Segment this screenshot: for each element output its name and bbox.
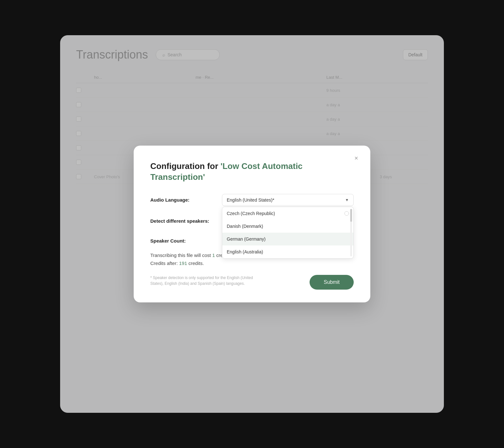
modal-overlay: × Configuration for 'Low Cost Automatic … — [60, 35, 444, 413]
dropdown-option-german[interactable]: German (Germany) — [222, 233, 353, 245]
cost-number: 1 — [212, 252, 215, 258]
option-radio — [344, 211, 349, 216]
option-label: German (Germany) — [227, 236, 265, 242]
footer-note: * Speaker detection is only supported fo… — [150, 275, 265, 286]
configuration-modal: × Configuration for 'Low Cost Automatic … — [134, 146, 370, 303]
submit-button[interactable]: Submit — [310, 275, 354, 290]
audio-language-dropdown[interactable]: English (United States)* ▼ — [222, 194, 354, 206]
option-label: Danish (Denmark) — [227, 224, 263, 229]
dropdown-list: Czech (Czech Republic) Danish (Denmark) … — [222, 207, 354, 259]
option-label: English (Australia) — [227, 249, 263, 254]
after-suffix: credits. — [187, 260, 204, 266]
dropdown-option-czech[interactable]: Czech (Czech Republic) — [222, 207, 353, 220]
app-container: Transcriptions ⌕ Search Default ho... me… — [60, 35, 444, 413]
credits-after-text: Credits after: 191 credits. — [150, 260, 354, 266]
close-button[interactable]: × — [351, 153, 361, 164]
form-grid: Audio Language: English (United States)*… — [150, 194, 354, 244]
after-number: 191 — [179, 260, 187, 266]
after-prefix: Credits after: — [150, 260, 179, 266]
dropdown-option-danish[interactable]: Danish (Denmark) — [222, 220, 353, 233]
dropdown-selected-value: English (United States)* — [227, 197, 274, 203]
cost-prefix: Transcribing this file will cost — [150, 252, 212, 258]
audio-language-dropdown-container: English (United States)* ▼ Czech (Czech … — [222, 194, 354, 206]
chevron-down-icon: ▼ — [345, 198, 349, 202]
detect-speakers-label: Detect different speakers: — [150, 215, 214, 224]
modal-title-prefix: Configuration for — [150, 161, 221, 171]
modal-title: Configuration for 'Low Cost Automatic Tr… — [150, 161, 354, 183]
audio-language-label: Audio Language: — [150, 194, 214, 203]
scrollbar-thumb[interactable] — [350, 209, 352, 222]
modal-footer: * Speaker detection is only supported fo… — [150, 275, 354, 290]
speaker-count-label: Speaker Count: — [150, 235, 214, 244]
scrollbar-track — [350, 209, 352, 256]
option-label: Czech (Czech Republic) — [227, 211, 275, 216]
dropdown-option-english-au[interactable]: English (Australia) — [222, 245, 353, 258]
